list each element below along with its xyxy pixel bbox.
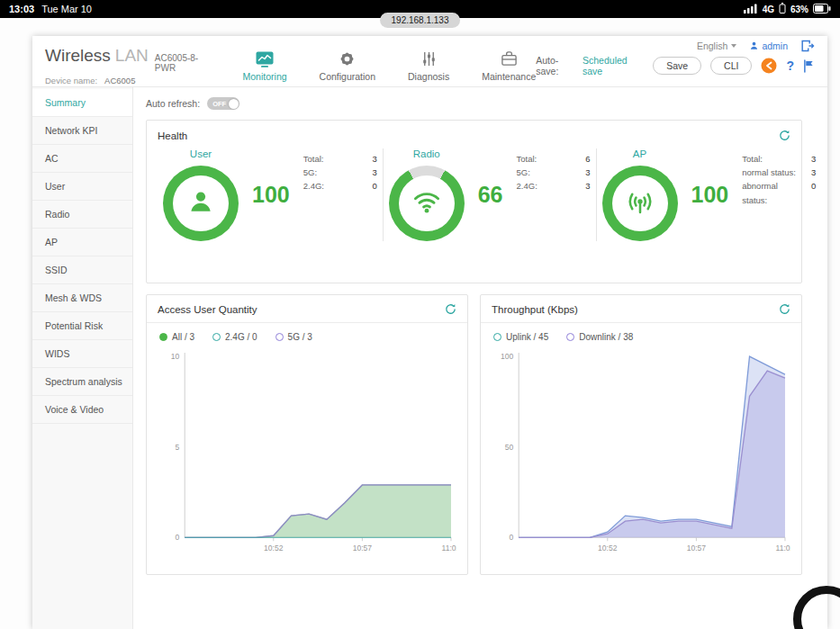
sidebar-item-ssid[interactable]: SSID <box>32 256 132 284</box>
stat-row: Total:3 <box>303 152 377 166</box>
toggle-knob <box>229 99 239 109</box>
help-icon[interactable]: ? <box>786 58 794 73</box>
sidebar-item-voice-video[interactable]: Voice & Video <box>32 396 132 424</box>
gauge-ring <box>389 166 465 241</box>
svg-text:0: 0 <box>175 533 179 542</box>
legend-downlink[interactable]: Downlink / 38 <box>566 332 633 342</box>
health-gauge-user: User100Total:35G:32.4G:0 <box>158 148 383 241</box>
sidebar-item-network-kpi[interactable]: Network KPI <box>32 117 132 145</box>
flag-icon[interactable] <box>803 59 815 73</box>
diagnosis-icon <box>420 50 438 68</box>
device-name-row: Device name:AC6005 <box>45 76 209 85</box>
device-name-value: AC6005 <box>104 76 135 85</box>
stat-value: 3 <box>574 179 590 193</box>
legend-all[interactable]: All / 3 <box>159 332 194 342</box>
antenna-icon <box>624 185 656 221</box>
address-pill[interactable]: 192.168.1.133 <box>380 13 461 28</box>
sidebar-item-wids[interactable]: WIDS <box>32 340 132 368</box>
nav-label: Monitoring <box>243 71 287 82</box>
sidebar-item-radio[interactable]: Radio <box>32 201 132 229</box>
stat-value: 0 <box>800 179 816 206</box>
legend-2.4g[interactable]: 2.4G / 0 <box>212 332 257 342</box>
auto-refresh-row: Auto refresh: OFF <box>146 94 802 112</box>
sidebar-item-potential-risk[interactable]: Potential Risk <box>32 312 132 340</box>
svg-text:50: 50 <box>505 443 514 452</box>
legend-dot-icon <box>493 333 501 341</box>
sidebar-item-mesh-wds[interactable]: Mesh & WDS <box>32 284 132 312</box>
back-icon[interactable] <box>761 58 777 74</box>
legend-label: Uplink / 45 <box>506 332 548 342</box>
nav-configuration[interactable]: Configuration <box>320 50 375 82</box>
gauge-value: 100 <box>691 182 729 208</box>
person-icon <box>749 40 759 52</box>
nav-maintenance[interactable]: Maintenance <box>482 50 536 82</box>
refresh-icon[interactable] <box>779 303 790 315</box>
chart-row: Access User Quantity All / 32.4G / 05G /… <box>146 294 802 575</box>
legend-uplink[interactable]: Uplink / 45 <box>493 332 548 342</box>
nav-diagnosis[interactable]: Diagnosis <box>408 50 449 82</box>
refresh-icon[interactable] <box>779 130 790 141</box>
scheduled-save-link[interactable]: Scheduled save <box>583 55 644 76</box>
wifi-icon <box>411 185 443 221</box>
sidebar-item-summary[interactable]: Summary <box>32 89 132 117</box>
svg-text:11:02: 11:02 <box>776 544 790 553</box>
nav-monitoring[interactable]: Monitoring <box>243 50 287 82</box>
access-user-title: Access User Quantity <box>158 304 257 315</box>
stat-row: 5G:3 <box>517 166 591 179</box>
stat-row: normal status:3 <box>742 166 816 179</box>
sidebar-item-ap[interactable]: AP <box>32 229 132 256</box>
health-gauge-ap: AP100Total:3normal status:3abnormal stat… <box>596 148 822 241</box>
refresh-icon[interactable] <box>445 303 456 315</box>
app-window: English admin Wireless LAN AC6005-8-PWR … <box>32 36 827 629</box>
status-left: 13:03 Tue Mar 10 <box>9 4 92 14</box>
gauge-label: AP <box>633 148 646 159</box>
sidebar-item-spectrum-analysis[interactable]: Spectrum analysis <box>32 368 132 396</box>
brand-model: AC6005-8-PWR <box>155 53 209 73</box>
svg-text:0: 0 <box>509 533 513 542</box>
health-title: Health <box>158 130 187 141</box>
svg-text:11:02: 11:02 <box>442 544 456 553</box>
stat-row: Total:6 <box>517 152 591 166</box>
save-button[interactable]: Save <box>653 57 701 75</box>
maintenance-icon <box>500 50 519 68</box>
autosave-label: Auto-save: <box>536 55 577 76</box>
user-menu[interactable]: admin <box>749 40 788 52</box>
sidebar-item-ac[interactable]: AC <box>32 145 132 173</box>
nav-label: Configuration <box>320 71 375 82</box>
gauge-ring <box>602 166 678 241</box>
stat-label: 5G: <box>303 166 317 179</box>
device-name-label: Device name: <box>45 76 97 85</box>
gauge-stats: Total:65G:32.4G:3 <box>517 152 591 193</box>
legend-label: 5G / 3 <box>288 332 312 342</box>
brand: Wireless LAN AC6005-8-PWR Device name:AC… <box>45 46 209 85</box>
chevron-down-icon <box>731 44 736 48</box>
cli-button[interactable]: CLI <box>710 57 752 75</box>
language-selector[interactable]: English <box>697 40 736 51</box>
stat-value: 6 <box>574 152 590 166</box>
auto-refresh-label: Auto refresh: <box>146 98 200 109</box>
stat-row: 2.4G:3 <box>517 179 591 193</box>
logout-icon[interactable] <box>800 40 815 52</box>
legend-label: Downlink / 38 <box>579 332 633 342</box>
throughput-panel: Throughput (Kbps) Uplink / 45Downlink / … <box>480 294 802 575</box>
stat-label: abnormal status: <box>742 179 800 206</box>
sidebar: SummaryNetwork KPIACUserRadioAPSSIDMesh … <box>32 87 133 629</box>
signal-bars-icon <box>744 4 758 15</box>
topline: English admin <box>697 40 815 52</box>
battery-percent: 63% <box>790 4 808 14</box>
legend-dot-icon <box>275 333 284 341</box>
legend-dot-icon <box>566 333 574 341</box>
status-right: 4G 63% <box>744 3 831 15</box>
content: Auto refresh: OFF Health User100Total:35… <box>133 87 827 629</box>
svg-text:10:52: 10:52 <box>264 544 284 553</box>
legend-5g[interactable]: 5G / 3 <box>275 332 312 342</box>
stat-label: Total: <box>517 152 537 166</box>
stat-value: 3 <box>800 152 816 166</box>
legend-label: All / 3 <box>172 332 194 342</box>
battery-icon <box>813 4 831 15</box>
auto-refresh-toggle[interactable]: OFF <box>207 97 239 110</box>
monitoring-icon <box>256 50 274 68</box>
sidebar-item-user[interactable]: User <box>32 173 132 201</box>
battery-small-icon <box>779 3 786 15</box>
status-time: 13:03 <box>9 4 34 14</box>
